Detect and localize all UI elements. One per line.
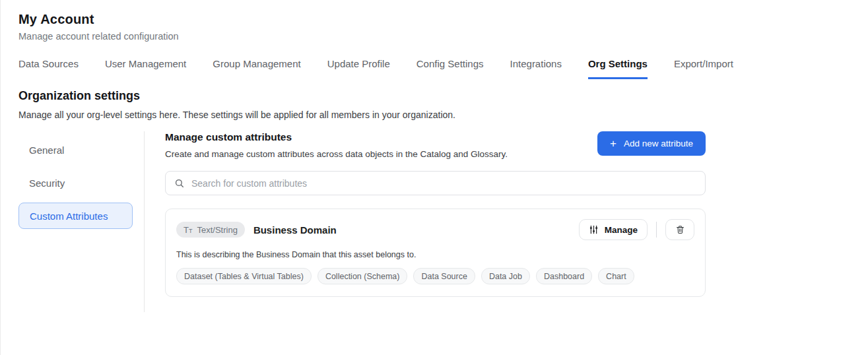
panel-header-text: Manage custom attributes Create and mana… — [165, 131, 508, 159]
tab-update-profile[interactable]: Update Profile — [327, 58, 390, 79]
tag-chart: Chart — [598, 268, 634, 284]
manage-button-label: Manage — [605, 225, 638, 235]
org-settings-layout: General Security Custom Attributes Manag… — [18, 131, 850, 312]
search-input[interactable] — [191, 178, 696, 189]
attribute-card-header: TT Text/String Business Domain — [176, 219, 694, 240]
tab-org-settings[interactable]: Org Settings — [588, 58, 648, 79]
attribute-card-business-domain: TT Text/String Business Domain — [165, 209, 706, 297]
page-subtitle: Manage account related configuration — [18, 31, 850, 42]
tab-config-settings[interactable]: Config Settings — [417, 58, 484, 79]
actions-divider — [656, 222, 657, 238]
type-badge: TT Text/String — [176, 222, 245, 238]
custom-attributes-panel: Manage custom attributes Create and mana… — [145, 131, 706, 312]
manage-button[interactable]: Manage — [579, 219, 648, 240]
tag-dashboard: Dashboard — [536, 268, 592, 284]
tag-data-source: Data Source — [413, 268, 475, 284]
tab-integrations[interactable]: Integrations — [510, 58, 562, 79]
tag-data-job: Data Job — [481, 268, 530, 284]
search-icon — [174, 178, 185, 189]
section-description: Manage all your org-level settings here.… — [18, 110, 850, 120]
custom-attributes-search[interactable] — [165, 171, 706, 195]
trash-icon — [675, 224, 685, 235]
sidebar-item-security[interactable]: Security — [18, 170, 133, 196]
panel-header: Manage custom attributes Create and mana… — [165, 131, 706, 159]
tab-export-import[interactable]: Export/Import — [674, 58, 733, 79]
sliders-icon — [589, 224, 599, 235]
tab-group-management[interactable]: Group Management — [213, 58, 300, 79]
type-badge-label: Text/String — [197, 225, 237, 235]
add-button-label: Add new attribute — [624, 139, 693, 148]
my-account-page: My Account Manage account related config… — [1, 0, 868, 312]
attribute-actions: Manage — [579, 219, 694, 240]
plus-icon: + — [610, 138, 617, 149]
tag-collection: Collection (Schema) — [317, 268, 408, 284]
sidebar-item-general[interactable]: General — [18, 137, 133, 163]
section-title: Organization settings — [18, 89, 850, 103]
panel-title: Manage custom attributes — [165, 131, 508, 143]
sidebar-item-custom-attributes[interactable]: Custom Attributes — [18, 203, 133, 229]
attribute-description: This is describing the Business Domain t… — [176, 250, 694, 259]
applies-to-tags: Dataset (Tables & Virtual Tables) Collec… — [176, 268, 694, 284]
add-new-attribute-button[interactable]: + Add new attribute — [597, 131, 706, 156]
account-tabs: Data Sources User Management Group Manag… — [18, 58, 850, 79]
tag-dataset: Dataset (Tables & Virtual Tables) — [176, 268, 312, 284]
tab-user-management[interactable]: User Management — [105, 58, 186, 79]
page-title: My Account — [18, 12, 850, 27]
tab-data-sources[interactable]: Data Sources — [18, 58, 79, 79]
text-type-icon: TT — [184, 226, 192, 234]
attribute-name: Business Domain — [253, 224, 337, 236]
delete-attribute-button[interactable] — [665, 219, 694, 240]
panel-description: Create and manage custom attributes acro… — [165, 149, 508, 159]
org-settings-sidebar: General Security Custom Attributes — [18, 131, 145, 312]
